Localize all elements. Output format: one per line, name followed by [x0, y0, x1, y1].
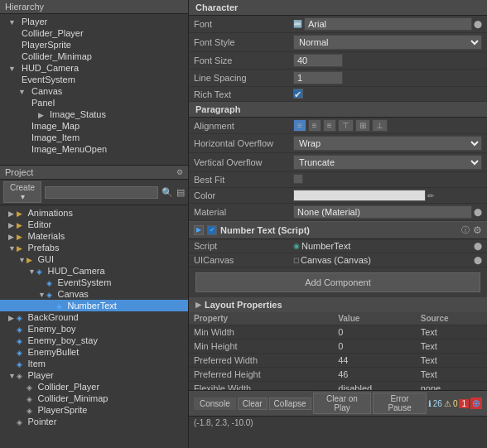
color-picker[interactable] [293, 190, 426, 201]
hierarchy-item-image-menuopen[interactable]: Image_MenuOpen [0, 143, 188, 155]
horizontal-overflow-select[interactable]: Wrap [293, 136, 482, 151]
project-item-prefabs[interactable]: ▼▶ Prefabs [0, 242, 188, 253]
layout-col-value: Value [333, 312, 416, 325]
project-item-enemybullet[interactable]: ◈ EnemyBullet [0, 346, 188, 358]
layout-collapse-arrow[interactable]: ▶ [195, 301, 201, 309]
layout-value: 0 [333, 325, 416, 340]
align-bottom-button[interactable]: ⊥ [372, 119, 388, 132]
script-select-icon[interactable]: ⬤ [474, 242, 482, 250]
uicanvas-value-cell[interactable]: ◻ Canvas (Canvas) ⬤ [288, 253, 487, 267]
layout-source: Text [416, 354, 487, 368]
font-style-value-cell[interactable]: Normal [288, 33, 487, 52]
material-select-icon[interactable]: ⬤ [474, 208, 482, 216]
project-item-playersprite-p[interactable]: ◈ PlayerSprite [0, 404, 188, 416]
best-fit-checkbox[interactable] [293, 174, 303, 184]
align-left-button[interactable]: ≡ [293, 119, 306, 132]
error-pause-button[interactable]: Error Pause [373, 393, 426, 414]
character-header: Character [189, 0, 487, 16]
filter-icon: ▤ [176, 187, 185, 198]
font-style-label: Font Style [189, 33, 288, 52]
component-gear-icon[interactable]: ⚙ [473, 224, 482, 236]
hierarchy-item-panel[interactable]: Panel [0, 97, 188, 108]
hierarchy-item-collider-player[interactable]: Collider_Player [0, 27, 188, 39]
error-count: 1 [459, 399, 469, 408]
create-button[interactable]: Create ▾ [3, 181, 41, 203]
project-item-enemy-boy-stay[interactable]: ◈ Enemy_boy_stay [0, 335, 188, 346]
project-item-materials[interactable]: ▶▶ Materials [0, 230, 188, 242]
hierarchy-item-playersprite[interactable]: PlayerSprite [0, 39, 188, 51]
rich-text-value-cell[interactable]: ✔ [288, 87, 487, 102]
project-item-hud-camera-p[interactable]: ▼◈ HUD_Camera [0, 265, 188, 277]
vertical-overflow-select[interactable]: Truncate [293, 155, 482, 170]
hierarchy-item-hud-camera[interactable]: ▼ HUD_Camera [0, 62, 188, 74]
alignment-value-cell[interactable]: ≡ ≡ ≡ ⊤ ⊞ ⊥ [288, 118, 487, 134]
align-middle-button[interactable]: ⊞ [355, 119, 370, 132]
project-item-player-p[interactable]: ▼◈ Player [0, 369, 188, 381]
layout-value: 46 [333, 368, 416, 382]
layout-property: Preferred Width [189, 354, 333, 368]
font-size-input[interactable] [293, 54, 343, 67]
project-item-eventsystem-p[interactable]: ◈ EventSystem [0, 277, 188, 288]
horizontal-overflow-value-cell[interactable]: Wrap [288, 134, 487, 153]
uicanvas-select-icon[interactable]: ⬤ [474, 256, 482, 264]
warn-icon: ⚠ [444, 399, 451, 408]
font-size-row: Font Size [189, 52, 487, 70]
clear-on-play-button[interactable]: Clear on Play [313, 393, 372, 414]
material-value-cell[interactable]: None (Material) ⬤ [288, 204, 487, 221]
best-fit-row: Best Fit [189, 172, 487, 188]
project-item-canvas-p[interactable]: ▼◈ Canvas [0, 288, 188, 300]
project-item-pointer[interactable]: ◈ Pointer [0, 416, 188, 427]
font-size-value-cell[interactable] [288, 52, 487, 70]
console-tab[interactable]: Console [194, 397, 236, 410]
project-item-collider-minimap-p[interactable]: ◈ Collider_Minimap [0, 393, 188, 404]
project-item-item[interactable]: ◈ Item [0, 358, 188, 369]
project-item-background[interactable]: ▶◈ BackGround [0, 311, 188, 323]
paragraph-header: Paragraph [189, 102, 487, 118]
project-item-collider-player-p[interactable]: ◈ Collider_Player [0, 381, 188, 393]
collapse-button[interactable]: Collapse [269, 397, 311, 410]
hierarchy-item-image-item[interactable]: Image_Item [0, 132, 188, 143]
color-value-cell[interactable]: ✏ [288, 188, 487, 204]
project-item-enemy-boy[interactable]: ◈ Enemy_boy [0, 323, 188, 335]
hierarchy-item-image-status[interactable]: ▶ Image_Status [0, 108, 188, 120]
rich-text-checkbox[interactable]: ✔ [293, 89, 303, 99]
font-value-cell[interactable]: 🔤 Arial ⬤ [288, 16, 487, 33]
layout-source: Text [416, 325, 487, 340]
font-input[interactable]: Arial [304, 17, 472, 31]
add-component-button[interactable]: Add Component [195, 272, 480, 292]
layout-row: Flexible Widthdisablednone [189, 382, 487, 391]
project-item-editor[interactable]: ▶▶ Editor [0, 219, 188, 230]
best-fit-value-cell[interactable] [288, 172, 487, 188]
hierarchy-item-player[interactable]: ▼ Player [0, 16, 188, 27]
layout-value: 0 [333, 340, 416, 354]
layout-row: Min Height0Text [189, 340, 487, 354]
search-input[interactable] [45, 186, 158, 199]
font-label: Font [189, 16, 288, 33]
line-spacing-input[interactable] [293, 71, 343, 84]
project-item-gui[interactable]: ▼▶ GUI [0, 253, 188, 265]
align-center-button[interactable]: ≡ [308, 119, 321, 132]
hierarchy-item-image-map[interactable]: Image_Map [0, 120, 188, 132]
component-enabled-toggle[interactable]: ▶ [194, 225, 204, 235]
align-top-button[interactable]: ⊤ [338, 119, 354, 132]
layout-properties-header: ▶ Layout Properties [189, 297, 487, 312]
project-item-animations[interactable]: ▶▶ Animations [0, 207, 188, 219]
component-info-icon[interactable]: ⓘ [461, 224, 470, 236]
vertical-overflow-value-cell[interactable]: Truncate [288, 153, 487, 172]
project-item-numbertext-p[interactable]: ◈ NumberText [0, 300, 188, 311]
layout-source: Text [416, 368, 487, 382]
hierarchy-title: Hierarchy [5, 2, 44, 12]
font-style-select[interactable]: Normal [293, 35, 482, 50]
hierarchy-item-canvas[interactable]: ▼ Canvas [0, 85, 188, 97]
line-spacing-label: Line Spacing [189, 70, 288, 87]
material-row: Material None (Material) ⬤ [189, 204, 487, 221]
color-label: Color [189, 188, 288, 204]
line-spacing-value-cell[interactable] [288, 70, 487, 87]
script-value-cell[interactable]: ◉ NumberText ⬤ [288, 239, 487, 253]
clear-button[interactable]: Clear [238, 397, 268, 410]
component-checkbox[interactable]: ✔ [207, 225, 217, 235]
color-edit-icon[interactable]: ✏ [427, 191, 434, 200]
align-right-button[interactable]: ≡ [323, 119, 336, 132]
hierarchy-item-eventsystem[interactable]: EventSystem [0, 74, 188, 85]
hierarchy-item-collider-minimap[interactable]: Collider_Minimap [0, 51, 188, 62]
